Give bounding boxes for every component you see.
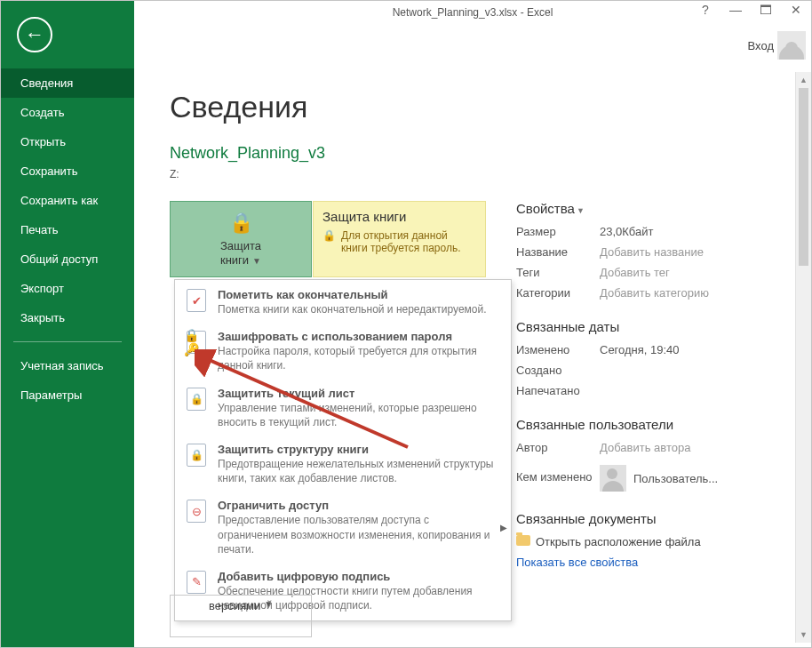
date-created-key: Создано xyxy=(516,364,600,377)
file-name: Network_Planning_v3 xyxy=(170,144,793,163)
doc-encrypt-icon: 🔒🔑 xyxy=(184,330,209,355)
related-dates-section: Связанные даты ИзмененоСегодня, 19:40 Со… xyxy=(516,319,788,397)
menu-encrypt-title: Зашифровать с использованием пароля xyxy=(218,330,500,343)
doc-protect-sheet-icon: 🔒 xyxy=(184,387,209,412)
open-file-location-label: Открыть расположение файла xyxy=(536,535,701,548)
chevron-down-icon: ▼ xyxy=(264,599,273,609)
related-people-section: Связанные пользователи АвторДобавить авт… xyxy=(516,417,788,492)
restore-button[interactable]: 🗖 xyxy=(756,3,776,17)
signin-row: Вход xyxy=(748,28,806,63)
date-modified-value: Сегодня, 19:40 xyxy=(600,343,680,356)
lock-icon: 🔒 xyxy=(229,211,253,236)
sidebar-divider xyxy=(13,341,122,342)
menu-signature-title: Добавить цифровую подпись xyxy=(218,570,500,583)
related-people-header: Связанные пользователи xyxy=(516,417,788,432)
lock-small-icon: 🔒 xyxy=(322,229,336,254)
author-key: Автор xyxy=(516,441,600,454)
menu-protect-sheet[interactable]: 🔒 Защитить текущий лист Управление типам… xyxy=(175,380,511,436)
chevron-down-icon: ▼ xyxy=(577,206,585,215)
open-file-location[interactable]: Открыть расположение файла xyxy=(516,535,788,548)
sidebar-item-close[interactable]: Закрыть xyxy=(1,303,134,332)
date-modified-key: Изменено xyxy=(516,343,600,356)
signin-link[interactable]: Вход xyxy=(748,39,774,52)
menu-protect-structure-title: Защитить структуру книги xyxy=(218,443,500,456)
doc-restrict-icon: ⊖ xyxy=(184,499,209,524)
back-button[interactable]: ← xyxy=(17,17,52,52)
protect-status-title: Защита книги xyxy=(322,209,476,224)
menu-protect-sheet-title: Защитить текущий лист xyxy=(218,387,500,400)
prop-size-key: Размер xyxy=(516,225,600,238)
menu-protect-sheet-desc: Управление типами изменений, которые раз… xyxy=(218,401,500,429)
related-docs-section: Связанные документы Открыть расположение… xyxy=(516,511,788,569)
help-button[interactable]: ? xyxy=(696,3,715,17)
properties-header[interactable]: Свойства▼ xyxy=(516,201,788,216)
protect-button-line1: Защита xyxy=(220,239,261,252)
sidebar-item-share[interactable]: Общий доступ xyxy=(1,244,134,274)
scroll-down-icon[interactable]: ▼ xyxy=(796,627,811,643)
menu-encrypt-desc: Настройка пароля, который требуется для … xyxy=(218,344,500,372)
submenu-arrow-icon: ▶ xyxy=(500,523,507,532)
protect-workbook-button[interactable]: 🔒 Защита книги▼ xyxy=(170,201,312,277)
prop-tags-value[interactable]: Добавить тег xyxy=(600,266,670,279)
menu-protect-structure[interactable]: 🔒 Защитить структуру книги Предотвращени… xyxy=(175,436,511,492)
sidebar-item-export[interactable]: Экспорт xyxy=(1,274,134,303)
vertical-scrollbar[interactable]: ▲ ▼ xyxy=(795,72,811,643)
prop-size-value: 23,0Кбайт xyxy=(600,225,653,238)
menu-encrypt-password[interactable]: 🔒🔑 Зашифровать с использованием пароля Н… xyxy=(175,323,511,379)
sidebar-item-saveas[interactable]: Сохранить как xyxy=(1,186,134,215)
sidebar-item-account[interactable]: Учетная запись xyxy=(1,351,134,380)
manage-versions-label: версиями xyxy=(209,599,260,612)
menu-protect-structure-desc: Предотвращение нежелательных изменений с… xyxy=(218,457,500,485)
author-add[interactable]: Добавить автора xyxy=(600,441,690,454)
manage-versions-button[interactable]: версиями▼ xyxy=(170,595,312,637)
title-bar: Network_Planning_v3.xlsx - Excel ? — 🗖 ✕ xyxy=(134,1,811,28)
doc-signature-icon: ✎ xyxy=(184,570,209,595)
menu-restrict-access[interactable]: ⊖ Ограничить доступ Предоставление польз… xyxy=(175,492,511,563)
menu-restrict-desc: Предоставление пользователям доступа с о… xyxy=(218,513,500,556)
menu-mark-final-desc: Пометка книги как окончательной и нереда… xyxy=(218,302,500,316)
doc-final-icon: ✔ xyxy=(184,288,209,313)
user-avatar-icon xyxy=(600,465,626,492)
menu-mark-final[interactable]: ✔ Пометить как окончательный Пометка кни… xyxy=(175,282,511,323)
date-printed-key: Напечатано xyxy=(516,384,600,397)
prop-title-key: Название xyxy=(516,245,600,259)
sidebar-item-print[interactable]: Печать xyxy=(1,215,134,244)
protect-status-panel: Защита книги 🔒 Для открытия данной книги… xyxy=(313,201,486,277)
menu-restrict-title: Ограничить доступ xyxy=(218,499,500,512)
scroll-thumb[interactable] xyxy=(799,88,808,266)
prop-cats-key: Категории xyxy=(516,286,600,300)
sidebar-item-save[interactable]: Сохранить xyxy=(1,156,134,186)
prop-cats-value[interactable]: Добавить категорию xyxy=(600,286,709,300)
backstage-sidebar: ← Сведения Создать Открыть Сохранить Сох… xyxy=(1,1,134,647)
properties-header-label: Свойства xyxy=(516,201,575,216)
page-title: Сведения xyxy=(170,90,793,124)
folder-icon xyxy=(516,535,530,546)
chevron-down-icon: ▼ xyxy=(252,256,261,266)
changed-by-value: Пользователь... xyxy=(633,472,718,485)
menu-mark-final-title: Пометить как окончательный xyxy=(218,288,500,301)
sidebar-item-open[interactable]: Открыть xyxy=(1,127,134,156)
protect-workbook-menu: ✔ Пометить как окончательный Пометка кни… xyxy=(174,279,512,621)
doc-protect-structure-icon: 🔒 xyxy=(184,443,209,468)
file-path: Z: xyxy=(170,168,793,180)
arrow-left-icon: ← xyxy=(25,23,44,46)
related-docs-header: Связанные документы xyxy=(516,511,788,526)
properties-section: Свойства▼ Размер23,0Кбайт НазваниеДобави… xyxy=(516,201,788,300)
prop-title-value[interactable]: Добавить название xyxy=(600,245,704,259)
show-all-properties-link[interactable]: Показать все свойства xyxy=(516,556,638,569)
changed-by-key: Кем изменено xyxy=(516,470,600,484)
avatar-placeholder[interactable] xyxy=(777,31,806,60)
close-button[interactable]: ✕ xyxy=(786,3,806,17)
prop-tags-key: Теги xyxy=(516,266,600,279)
minimize-button[interactable]: — xyxy=(726,3,745,17)
sidebar-item-info[interactable]: Сведения xyxy=(1,68,134,98)
sidebar-item-options[interactable]: Параметры xyxy=(1,380,134,410)
protect-button-line2: книги xyxy=(220,253,249,267)
related-dates-header: Связанные даты xyxy=(516,319,788,334)
sidebar-item-new[interactable]: Создать xyxy=(1,98,134,127)
protect-status-body: Для открытия данной книги требуется паро… xyxy=(341,229,476,254)
properties-column: Свойства▼ Размер23,0Кбайт НазваниеДобави… xyxy=(516,201,788,588)
scroll-up-icon[interactable]: ▲ xyxy=(796,72,811,88)
